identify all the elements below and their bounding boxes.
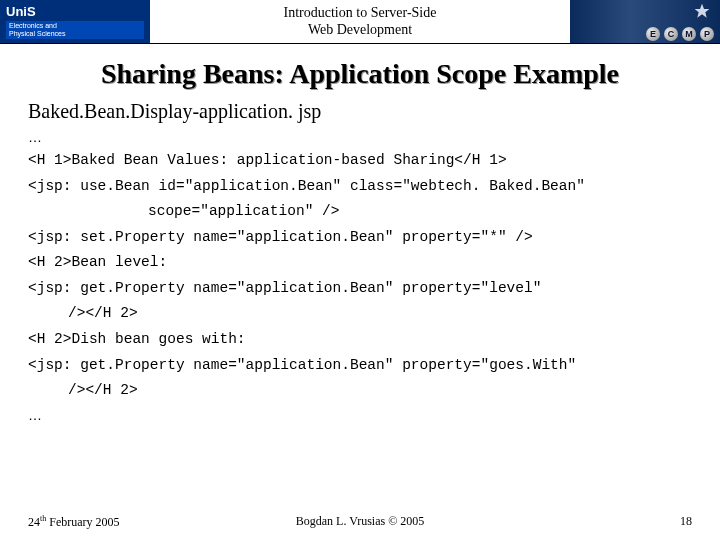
slide-header: UniS Electronics and Physical Sciences I… xyxy=(0,0,720,44)
badge-p: P xyxy=(700,27,714,41)
footer-page-number: 18 xyxy=(680,514,692,530)
slide-footer: 24th February 2005 Bogdan L. Vrusias © 2… xyxy=(0,514,720,530)
ellipsis-bottom: … xyxy=(28,407,692,423)
code-line-h1: <H 1>Baked Bean Values: application-base… xyxy=(28,151,692,171)
badge-e: E xyxy=(646,27,660,41)
svg-marker-0 xyxy=(695,4,710,18)
header-title-line1: Introduction to Server-Side xyxy=(284,5,437,22)
code-line-setproperty: <jsp: set.Property name="application.Bea… xyxy=(28,228,692,248)
code-line-usebean: <jsp: use.Bean id="application.Bean" cla… xyxy=(28,177,692,197)
header-right-badges: E C M P xyxy=(570,0,720,43)
code-line-h2-dish: <H 2>Dish bean goes with: xyxy=(28,330,692,350)
filename-text: Baked.Bean.Display-application. jsp xyxy=(28,100,692,123)
sigma-star-icon xyxy=(694,3,710,19)
slide-content: Sharing Beans: Application Scope Example… xyxy=(0,44,720,423)
university-abbrev: UniS xyxy=(6,4,144,19)
badge-m: M xyxy=(682,27,696,41)
header-left-logo: UniS Electronics and Physical Sciences xyxy=(0,0,150,43)
ellipsis-top: … xyxy=(28,129,692,145)
header-title-line2: Web Development xyxy=(308,22,412,39)
code-line-usebean-scope: scope="application" /> xyxy=(28,202,692,222)
footer-date: 24th February 2005 xyxy=(28,514,120,530)
code-line-getproperty-level: <jsp: get.Property name="application.Bea… xyxy=(28,279,692,299)
slide-title: Sharing Beans: Application Scope Example xyxy=(28,58,692,90)
code-line-getproperty-goeswith: <jsp: get.Property name="application.Bea… xyxy=(28,356,692,376)
code-line-getproperty-goeswith-close: /></H 2> xyxy=(28,381,692,401)
header-title: Introduction to Server-Side Web Developm… xyxy=(150,0,570,43)
department-name: Electronics and Physical Sciences xyxy=(6,21,144,38)
code-line-getproperty-level-close: /></H 2> xyxy=(28,304,692,324)
badge-c: C xyxy=(664,27,678,41)
code-line-h2-level: <H 2>Bean level: xyxy=(28,253,692,273)
footer-author: Bogdan L. Vrusias © 2005 xyxy=(296,514,425,529)
